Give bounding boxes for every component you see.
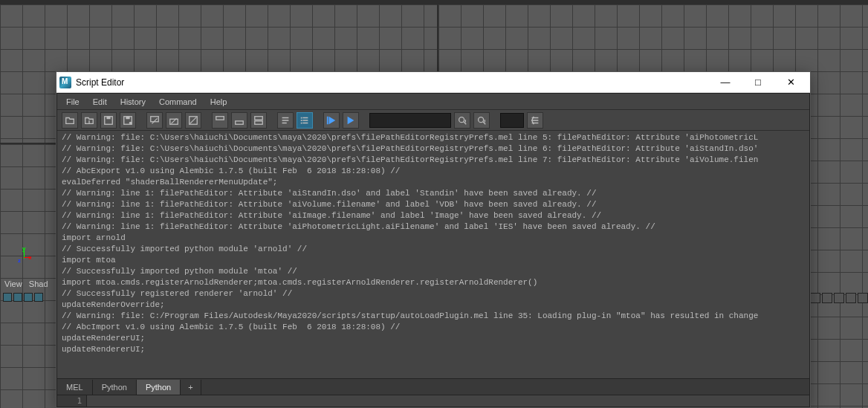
goto-line-button[interactable] bbox=[527, 112, 543, 129]
viewport-icon[interactable] bbox=[858, 293, 868, 303]
minimize-button[interactable]: — bbox=[709, 72, 742, 93]
save-to-shelf-button[interactable] bbox=[120, 112, 136, 129]
axis-x-icon: x bbox=[28, 254, 31, 261]
svg-point-13 bbox=[459, 117, 464, 122]
clear-input-button[interactable] bbox=[166, 112, 182, 129]
script-input[interactable] bbox=[87, 395, 809, 407]
titlebar[interactable]: Script Editor — □ ✕ bbox=[56, 72, 810, 93]
tab-python-2[interactable]: Python bbox=[137, 380, 181, 395]
output-pane[interactable]: // Warning: file: C:\Users\haiuchi\Docum… bbox=[57, 131, 809, 378]
line-number-gutter: 1 bbox=[57, 395, 87, 407]
line-numbers-button[interactable] bbox=[297, 112, 313, 129]
tab-bar: MEL Python Python + bbox=[57, 378, 809, 395]
maximize-button[interactable]: □ bbox=[742, 72, 774, 93]
svg-point-14 bbox=[479, 117, 484, 122]
close-button[interactable]: ✕ bbox=[774, 72, 807, 93]
search-down-button[interactable] bbox=[454, 112, 470, 129]
clear-history-button[interactable] bbox=[146, 112, 163, 129]
menu-history[interactable]: History bbox=[114, 96, 152, 108]
goto-line-input[interactable] bbox=[500, 113, 524, 128]
tab-mel[interactable]: MEL bbox=[57, 380, 93, 395]
svg-rect-12 bbox=[327, 116, 328, 124]
viewport-icon[interactable] bbox=[810, 293, 820, 303]
echo-all-button[interactable] bbox=[277, 112, 294, 129]
viewport-icon[interactable] bbox=[13, 293, 22, 302]
tab-python-1[interactable]: Python bbox=[93, 380, 137, 395]
axis-gizmo: y x z bbox=[15, 245, 30, 260]
search-up-button[interactable] bbox=[473, 112, 490, 129]
script-editor-window: Script Editor — □ ✕ File Edit History Co… bbox=[56, 71, 811, 408]
axis-y-icon: y bbox=[22, 245, 25, 252]
window-title: Script Editor bbox=[76, 77, 709, 88]
viewport-menu-view[interactable]: View bbox=[4, 279, 22, 288]
show-history-button[interactable] bbox=[212, 112, 228, 129]
viewport-menu[interactable]: View Shad bbox=[4, 279, 48, 288]
menu-file[interactable]: File bbox=[60, 96, 85, 108]
viewport-icon[interactable] bbox=[846, 293, 856, 303]
menu-edit[interactable]: Edit bbox=[87, 96, 113, 108]
axis-z-icon: z bbox=[18, 257, 21, 264]
viewport-icon[interactable] bbox=[34, 293, 43, 302]
maya-logo-icon bbox=[59, 77, 71, 88]
source-script-button[interactable] bbox=[81, 112, 97, 129]
viewport-icon[interactable] bbox=[834, 293, 844, 303]
execute-all-button[interactable] bbox=[343, 112, 359, 129]
show-input-button[interactable] bbox=[231, 112, 247, 129]
show-both-button[interactable] bbox=[250, 112, 267, 129]
svg-rect-11 bbox=[255, 120, 263, 123]
svg-rect-9 bbox=[236, 120, 244, 123]
viewport-icon[interactable] bbox=[24, 293, 33, 302]
search-input[interactable] bbox=[369, 113, 451, 128]
menubar: File Edit History Command Help bbox=[57, 94, 809, 110]
svg-rect-1 bbox=[106, 116, 110, 119]
svg-rect-8 bbox=[216, 116, 224, 119]
open-script-button[interactable] bbox=[62, 112, 78, 129]
save-script-button[interactable] bbox=[100, 112, 117, 129]
tab-add[interactable]: + bbox=[181, 380, 201, 395]
input-area: 1 bbox=[57, 395, 809, 407]
menu-help[interactable]: Help bbox=[204, 96, 233, 108]
viewport-menu-shading[interactable]: Shad bbox=[29, 279, 48, 288]
menu-command[interactable]: Command bbox=[153, 96, 203, 108]
clear-all-button[interactable] bbox=[185, 112, 201, 129]
execute-button[interactable] bbox=[323, 112, 340, 129]
viewport-icon[interactable] bbox=[3, 293, 12, 302]
svg-rect-10 bbox=[255, 116, 263, 119]
window-body: File Edit History Command Help bbox=[56, 93, 810, 407]
viewport-icon[interactable] bbox=[822, 293, 832, 303]
viewport-right-icons bbox=[810, 293, 868, 303]
viewport-left-icons bbox=[3, 293, 43, 302]
svg-rect-3 bbox=[126, 116, 129, 119]
toolbar bbox=[57, 110, 809, 131]
svg-point-4 bbox=[129, 121, 132, 124]
